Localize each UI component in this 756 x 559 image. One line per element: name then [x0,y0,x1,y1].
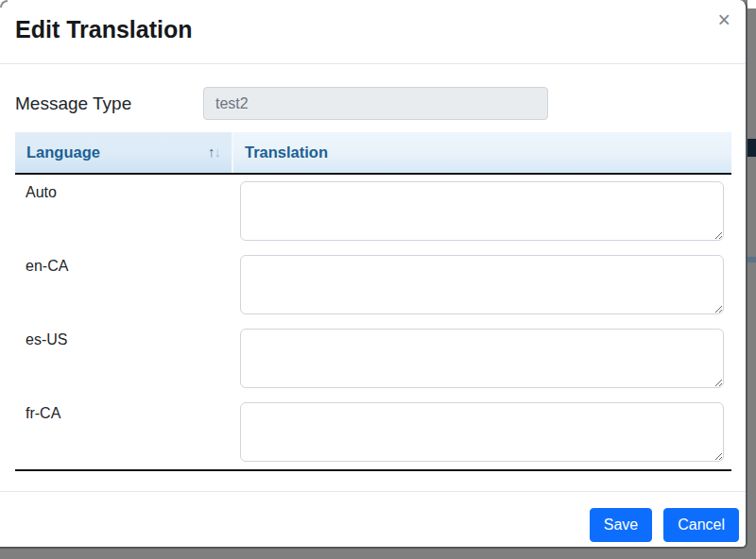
language-cell: en-CA [15,248,232,322]
table-row: Auto [15,175,731,248]
translation-textarea[interactable] [240,255,724,314]
modal-header: Edit Translation × [0,0,746,64]
table-row: en-CA [15,248,731,322]
close-icon[interactable]: × [718,8,730,32]
translation-cell [232,175,731,248]
translations-table: Language ↑↓ Translation Auto [15,132,731,471]
backdrop-page-fragment [747,139,756,157]
column-header-translation: Translation [232,132,731,173]
translation-header-label: Translation [245,144,328,161]
modal-title: Edit Translation [15,15,730,43]
sort-down-arrow-icon: ↓ [215,144,221,160]
translation-textarea[interactable] [240,181,724,241]
translation-cell [232,396,731,469]
modal-footer: Save Cancel [0,491,746,547]
translation-textarea[interactable] [240,329,724,388]
save-button[interactable]: Save [590,508,652,542]
table-body: Auto en-CA es-US [15,175,731,471]
column-header-language[interactable]: Language ↑↓ [15,132,232,173]
edit-translation-modal: Edit Translation × Message Type Language… [0,0,747,549]
language-cell: fr-CA [15,396,232,469]
translation-cell [232,322,731,396]
message-type-row: Message Type [15,87,730,120]
modal-body: Message Type Language ↑↓ Translation Aut… [0,64,746,491]
language-cell: es-US [15,322,232,396]
language-cell: Auto [15,175,232,248]
translation-textarea[interactable] [240,402,724,462]
translation-cell [232,248,731,322]
cancel-button[interactable]: Cancel [663,508,739,542]
table-header-row: Language ↑↓ Translation [15,132,731,175]
message-type-input[interactable] [203,87,548,120]
message-type-label: Message Type [15,93,203,114]
backdrop-page-fragment [747,0,756,8]
table-row: fr-CA [15,396,731,469]
language-header-label: Language [26,144,100,161]
table-row: es-US [15,322,731,396]
backdrop-page-fragment [747,257,756,263]
modal-backdrop: Edit Translation × Message Type Language… [0,0,756,559]
sort-icon: ↑↓ [208,144,220,160]
